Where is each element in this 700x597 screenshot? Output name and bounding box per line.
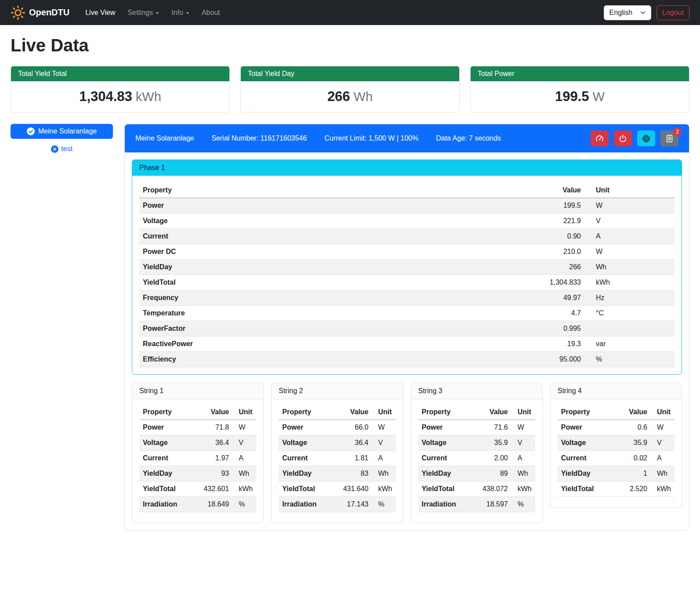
nav-item-info[interactable]: Info bbox=[166, 5, 195, 20]
column-value: Value bbox=[340, 405, 372, 420]
column-value: Value bbox=[200, 405, 232, 420]
nav-item-settings[interactable]: Settings bbox=[122, 5, 164, 20]
string-card-body: Property Value Unit Power0.6WVoltage35.9… bbox=[551, 399, 682, 507]
property-cell: Voltage bbox=[139, 213, 532, 229]
value-cell: 266 bbox=[532, 260, 584, 275]
card-unit: kWh bbox=[136, 90, 161, 104]
summary-cards-row: Total Yield Total 1,304.83kWh Total Yiel… bbox=[11, 66, 689, 112]
property-cell: Current bbox=[139, 229, 532, 244]
table-row: Voltage35.9V bbox=[558, 435, 675, 451]
card-unit: W bbox=[593, 90, 605, 104]
card-value: 266 bbox=[327, 89, 350, 104]
event-count-badge: 2 bbox=[673, 127, 682, 136]
table-row: YieldTotal431.640kWh bbox=[279, 481, 395, 497]
chevron-down-icon bbox=[640, 11, 646, 14]
brand-label: OpenDTU bbox=[29, 7, 69, 18]
value-cell: 0.02 bbox=[618, 451, 651, 466]
table-row: Voltage221.9V bbox=[139, 213, 675, 229]
language-select[interactable]: English bbox=[604, 5, 651, 20]
string-card-body: Property Value Unit Power66.0WVoltage36.… bbox=[272, 399, 403, 523]
string-card-body: Property Value Unit Power71.8WVoltage36.… bbox=[132, 399, 263, 523]
table-row: Frequency49.97Hz bbox=[139, 290, 675, 306]
string-table: Property Value Unit Power0.6WVoltage35.9… bbox=[558, 405, 675, 497]
event-log-button[interactable]: 2 bbox=[660, 130, 678, 146]
column-unit: Unit bbox=[584, 183, 675, 198]
value-cell: 71.8 bbox=[200, 420, 232, 435]
inverter-limit: Current Limit: 1,500 W | 100% bbox=[324, 134, 418, 142]
unit-cell: kWh bbox=[651, 481, 675, 497]
sidebar-item-label: Meine Solaranlage bbox=[38, 127, 97, 135]
gauge-icon bbox=[595, 134, 604, 143]
page-title: Live Data bbox=[11, 36, 689, 55]
column-property: Property bbox=[139, 183, 532, 198]
column-value: Value bbox=[479, 405, 511, 420]
property-cell: YieldTotal bbox=[139, 481, 200, 497]
unit-cell: A bbox=[511, 451, 535, 466]
table-row: Current1.81A bbox=[279, 451, 395, 466]
logout-button[interactable]: Logout bbox=[656, 5, 689, 20]
column-property: Property bbox=[139, 405, 200, 420]
property-cell: YieldTotal bbox=[139, 275, 532, 290]
unit-cell: W bbox=[232, 420, 256, 435]
cpu-icon bbox=[642, 134, 650, 143]
property-cell: Current bbox=[279, 451, 339, 466]
property-cell: YieldTotal bbox=[558, 481, 618, 497]
value-cell: 1,304.833 bbox=[532, 275, 584, 290]
string-3-card: String 3 Property Value Unit bbox=[411, 383, 543, 523]
unit-cell: V bbox=[651, 435, 675, 451]
x-circle-icon bbox=[51, 145, 58, 153]
total-yield-total-card: Total Yield Total 1,304.83kWh bbox=[11, 66, 230, 112]
value-cell: 93 bbox=[200, 466, 232, 481]
sidebar-item-test[interactable]: test bbox=[11, 145, 113, 153]
unit-cell: var bbox=[584, 336, 675, 352]
phase-card-body: Property Value Unit Power199.5WVoltage22… bbox=[132, 176, 682, 374]
property-cell: Power bbox=[139, 198, 532, 213]
column-unit: Unit bbox=[511, 405, 535, 420]
check-circle-icon bbox=[27, 127, 35, 135]
table-header-row: Property Value Unit bbox=[558, 405, 675, 420]
nav-item-about[interactable]: About bbox=[196, 5, 225, 20]
value-cell: 89 bbox=[479, 466, 511, 481]
strings-row: String 1 Property Value Unit bbox=[132, 383, 682, 523]
phase-table: Property Value Unit Power199.5WVoltage22… bbox=[139, 183, 675, 367]
card-value: 1,304.83 bbox=[79, 89, 132, 104]
sidebar-item-meine-solaranlage[interactable]: Meine Solaranlage bbox=[11, 124, 113, 139]
table-row: YieldDay89Wh bbox=[418, 466, 535, 481]
unit-cell: W bbox=[584, 198, 675, 213]
value-cell: 431.640 bbox=[340, 481, 372, 497]
unit-cell: % bbox=[584, 352, 675, 367]
table-header-row: Property Value Unit bbox=[139, 405, 256, 420]
unit-cell: Wh bbox=[584, 260, 675, 275]
card-value: 199.5 bbox=[555, 89, 589, 104]
limit-settings-button[interactable] bbox=[591, 130, 609, 146]
table-row: Power DC210.0W bbox=[139, 244, 675, 260]
value-cell: 71.6 bbox=[479, 420, 511, 435]
unit-cell: W bbox=[372, 420, 396, 435]
string-table: Property Value Unit Power71.8WVoltage36.… bbox=[139, 405, 256, 512]
navbar-right: English Logout bbox=[604, 5, 689, 20]
string-2-card: String 2 Property Value Unit bbox=[271, 383, 403, 523]
inverter-action-buttons: 2 bbox=[591, 130, 678, 146]
main-row: Meine Solaranlage test Meine Solaranlage… bbox=[11, 124, 689, 531]
unit-cell: % bbox=[511, 497, 535, 512]
string-card-title: String 4 bbox=[551, 383, 682, 399]
string-table: Property Value Unit Power71.6WVoltage35.… bbox=[418, 405, 535, 512]
table-header-row: Property Value Unit bbox=[139, 183, 675, 198]
unit-cell: A bbox=[372, 451, 396, 466]
device-info-button[interactable] bbox=[637, 130, 655, 146]
value-cell: 432.601 bbox=[200, 481, 232, 497]
nav-item-live-view[interactable]: Live View bbox=[80, 5, 120, 20]
power-button[interactable] bbox=[614, 130, 632, 146]
total-yield-day-card: Total Yield Day 266Wh bbox=[240, 66, 460, 112]
unit-cell: Wh bbox=[372, 466, 396, 481]
property-cell: Temperature bbox=[139, 306, 532, 321]
table-row: Current2.00A bbox=[418, 451, 535, 466]
inverter-sidebar: Meine Solaranlage test bbox=[11, 124, 113, 153]
unit-cell: V bbox=[232, 435, 256, 451]
table-row: Voltage35.9V bbox=[418, 435, 535, 451]
phase-card: Phase 1 Property Value Unit Power199.5WV… bbox=[132, 159, 682, 375]
property-cell: Irradiation bbox=[139, 497, 200, 512]
brand[interactable]: OpenDTU bbox=[11, 5, 69, 20]
unit-cell: Wh bbox=[651, 466, 675, 481]
column-property: Property bbox=[279, 405, 339, 420]
